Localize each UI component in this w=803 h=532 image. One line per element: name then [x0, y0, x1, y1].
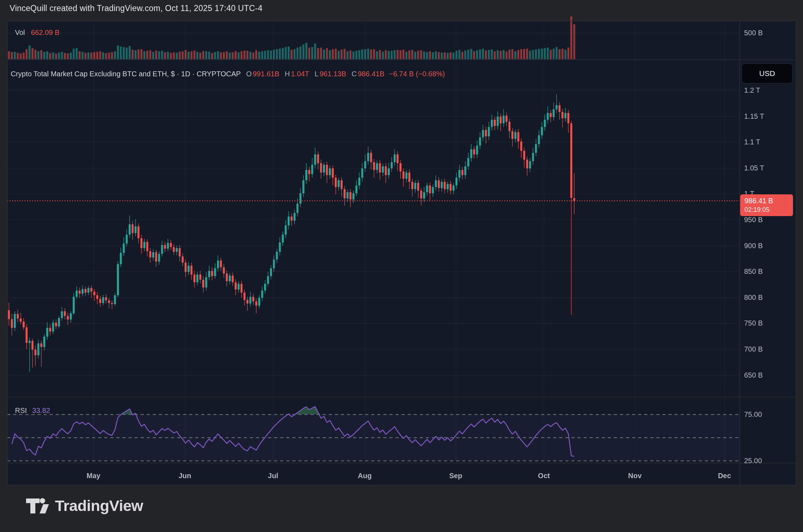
last-price-badge: 986.41 B 02:19:05: [740, 194, 793, 216]
symbol-title: Crypto Total Market Cap Excluding BTC an…: [11, 70, 241, 78]
volume-legend-label: Vol: [15, 29, 25, 36]
ohlc-value: 986.41B: [358, 70, 384, 78]
rsi-legend-value: 33.82: [32, 406, 50, 414]
price-axis-label: 1.05 T: [744, 164, 764, 172]
price-axis-label: 800 B: [744, 293, 763, 301]
ohlc-letter: O: [246, 70, 252, 78]
rsi-legend-label: RSI: [15, 406, 27, 414]
change-value: −6.74 B (−0.68%): [389, 70, 445, 78]
rsi-axis-label: 75.00: [744, 410, 762, 419]
tradingview-published-chart: VinceQuill created with TradingView.com,…: [0, 0, 803, 532]
volume-legend[interactable]: Vol662.09 B: [15, 29, 60, 37]
time-axis-label-may: May: [87, 472, 101, 480]
price-axis-label: 750 B: [744, 319, 763, 327]
ohlc-letter: L: [314, 70, 318, 78]
ohlc-values: O991.61BH1.04TL961.13BC986.41B: [241, 70, 384, 78]
time-axis-label-nov: Nov: [628, 472, 642, 480]
bar-countdown: 02:19:05: [744, 206, 793, 214]
time-axis-label-dec: Dec: [718, 472, 731, 480]
time-axis-label-oct: Oct: [538, 472, 550, 480]
attribution-text: VinceQuill created with TradingView.com,…: [10, 4, 262, 13]
rsi-legend[interactable]: RSI33.82: [15, 406, 50, 415]
price-axis-label: 1.1 T: [744, 138, 760, 146]
time-axis-label-jul: Jul: [268, 472, 278, 480]
ohlc-value: 961.13B: [320, 70, 347, 78]
volume-axis-label: 500 B: [744, 29, 763, 37]
tradingview-logo-text: TradingView: [55, 497, 143, 515]
ohlc-value: 1.04T: [291, 70, 309, 78]
tradingview-logo[interactable]: TradingView: [26, 497, 143, 515]
ohlc-letter: H: [285, 70, 290, 78]
ohlc-letter: C: [352, 70, 357, 78]
time-axis-label-jun: Jun: [178, 472, 191, 480]
rsi-axis-label: 25.00: [744, 457, 762, 465]
price-axis-label: 950 B: [744, 216, 763, 224]
price-axis-label: 650 B: [744, 371, 763, 379]
volume-legend-value: 662.09 B: [31, 29, 60, 36]
time-axis-label-aug: Aug: [358, 472, 372, 480]
price-axis-label: 900 B: [744, 241, 763, 250]
chart-canvas[interactable]: [0, 0, 803, 532]
symbol-legend[interactable]: Crypto Total Market Cap Excluding BTC an…: [11, 70, 445, 78]
tradingview-logo-icon: [26, 498, 49, 514]
last-price-value: 986.41 B: [744, 196, 793, 206]
time-axis-label-sep: Sep: [449, 472, 463, 480]
price-axis-label: 700 B: [744, 345, 763, 353]
currency-toggle-button[interactable]: USD: [742, 63, 793, 83]
price-axis-label: 1.15 T: [744, 112, 764, 120]
ohlc-value: 991.61B: [253, 70, 279, 78]
price-axis-label: 1.2 T: [744, 86, 760, 94]
price-axis-label: 850 B: [744, 267, 763, 276]
